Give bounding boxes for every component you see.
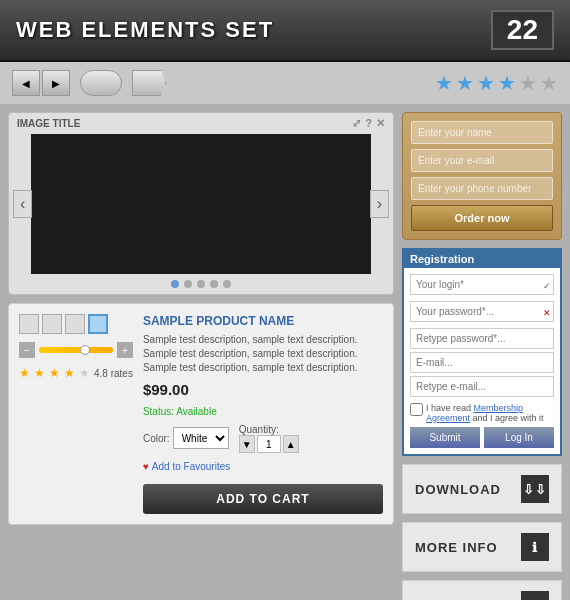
add-to-cart-button[interactable]: ADD TO CART [143,484,383,514]
swatch-3[interactable] [65,314,85,334]
rating-value: 4.8 rates [94,368,133,379]
product-info: SAMPLE PRODUCT NAME Sample test descript… [143,314,383,514]
password-field[interactable] [410,301,554,322]
submit-button[interactable]: Submit [410,427,480,448]
header-title: WEB ELEMENTS SET [16,17,274,43]
slide-next-button[interactable]: › [370,190,389,218]
quantity-stepper: ▼ ▲ [239,435,299,453]
star-2: ★ [456,71,474,95]
star-1: ★ [435,71,453,95]
email-field[interactable] [410,352,554,373]
dot-5[interactable] [223,280,231,288]
arrow-button[interactable] [132,70,166,96]
error-icon: ✕ [543,308,551,318]
color-swatches [19,314,133,334]
status-value: Available [176,406,216,417]
swatch-4[interactable] [88,314,108,334]
product-description: Sample test description, sample text des… [143,333,383,375]
product-options: Color: White Quantity: ▼ ▲ [143,423,383,453]
retype-email-field[interactable] [410,376,554,397]
small-star-2: ★ [34,366,45,380]
star-5: ★ [519,71,537,95]
help-icon[interactable]: ? [365,117,372,130]
registration-form: Registration ✓ ✕ I have read Membership … [402,248,562,456]
star-4: ★ [498,71,516,95]
color-option: Color: White [143,427,229,449]
small-star-3: ★ [49,366,60,380]
right-panel: Order now Registration ✓ ✕ I have read M… [402,112,562,576]
product-price: $99.00 [143,381,383,398]
small-star-1: ★ [19,366,30,380]
toolbar: ◀ ▶ ★ ★ ★ ★ ★ ★ [0,62,570,104]
slideshow-image [31,134,371,274]
favorite-button[interactable]: FAVORITE ♥ [402,580,562,600]
login-button[interactable]: Log In [484,427,554,448]
header: WEB ELEMENTS SET 22 [0,0,570,62]
star-6: ★ [540,71,558,95]
registration-title: Registration [404,250,560,268]
product-name: SAMPLE PRODUCT NAME [143,314,383,328]
color-select[interactable]: White [173,427,229,449]
nav-next-button[interactable]: ▶ [42,70,70,96]
favourite-link[interactable]: ♥ Add to Favourites [143,461,383,472]
email-input[interactable] [411,149,553,172]
favourite-label: Add to Favourites [152,461,230,472]
pill-button[interactable] [80,70,122,96]
download-label: DOWNLOAD [415,482,501,497]
slide-prev-button[interactable]: ‹ [13,190,32,218]
qty-down-button[interactable]: ▼ [239,435,255,453]
login-field-wrap: ✓ [410,274,554,298]
login-field[interactable] [410,274,554,295]
dot-1[interactable] [171,280,179,288]
expand-icon[interactable]: ⤢ [352,117,361,130]
product-section: − + ★ ★ ★ ★ ★ 4.8 rates SAMPLE PRODUCT N… [8,303,394,525]
small-star-4: ★ [64,366,75,380]
small-star-5: ★ [79,366,90,380]
info-icon: ℹ [521,533,549,561]
dot-2[interactable] [184,280,192,288]
slideshow-header: IMAGE TITLE ⤢ ? ✕ [9,113,393,134]
slider-minus-button[interactable]: − [19,342,35,358]
retype-password-field[interactable] [410,328,554,349]
phone-input[interactable] [411,177,553,200]
agreement-checkbox[interactable] [410,403,423,416]
product-status: Status: Available [143,406,383,417]
main-content: IMAGE TITLE ⤢ ? ✕ ‹ › [0,104,570,584]
name-input[interactable] [411,121,553,144]
check-icon: ✓ [543,281,551,291]
swatch-1[interactable] [19,314,39,334]
product-rating: ★ ★ ★ ★ ★ 4.8 rates [19,366,133,380]
password-field-wrap: ✕ [410,301,554,325]
star-3: ★ [477,71,495,95]
dot-3[interactable] [197,280,205,288]
rating-stars: ★ ★ ★ ★ ★ ★ [435,71,558,95]
heart-icon: ♥ [143,461,149,472]
slider-plus-button[interactable]: + [117,342,133,358]
product-image-area: − + ★ ★ ★ ★ ★ 4.8 rates [19,314,133,514]
slideshow-dots [9,274,393,294]
registration-buttons: Submit Log In [410,427,554,448]
slider-thumb[interactable] [80,345,90,355]
parchment-form: Order now [402,112,562,240]
quantity-input[interactable] [257,435,281,453]
slider-track[interactable] [39,347,113,353]
left-panel: IMAGE TITLE ⤢ ? ✕ ‹ › [8,112,394,576]
agreement-row: I have read Membership Agreement and I a… [410,403,554,423]
slideshow-title: IMAGE TITLE [17,118,80,129]
swatch-2[interactable] [42,314,62,334]
slider-container: − + [19,342,133,358]
nav-buttons: ◀ ▶ [12,70,70,96]
more-info-label: MORE INFO [415,540,498,555]
quantity-option: Quantity: ▼ ▲ [239,423,299,453]
close-icon[interactable]: ✕ [376,117,385,130]
download-icon: ⇩⇩ [521,475,549,503]
agreement-text: I have read Membership Agreement and I a… [426,403,554,423]
order-button[interactable]: Order now [411,205,553,231]
nav-prev-button[interactable]: ◀ [12,70,40,96]
qty-up-button[interactable]: ▲ [283,435,299,453]
download-button[interactable]: DOWNLOAD ⇩⇩ [402,464,562,514]
dot-4[interactable] [210,280,218,288]
slideshow: IMAGE TITLE ⤢ ? ✕ ‹ › [8,112,394,295]
header-number: 22 [491,10,554,50]
more-info-button[interactable]: MORE INFO ℹ [402,522,562,572]
